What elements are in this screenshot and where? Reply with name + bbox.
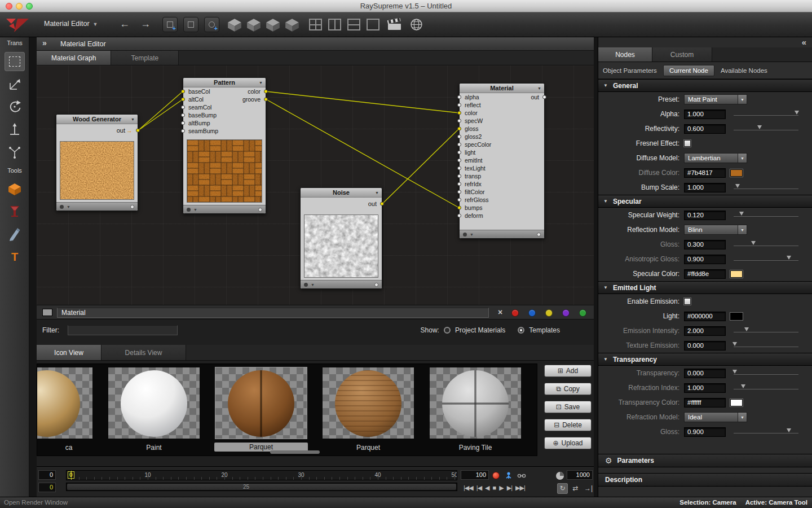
material-thumb-parquet[interactable]: Parquet bbox=[315, 364, 422, 456]
chevron-down-icon[interactable]: ▼ bbox=[738, 225, 747, 234]
material-thumb-paving-tile[interactable]: Paving Tile bbox=[422, 364, 529, 456]
material-name-field[interactable] bbox=[57, 308, 489, 318]
input-port-reflect[interactable] bbox=[457, 103, 461, 107]
slider-transparency[interactable] bbox=[734, 369, 798, 377]
input-port-transp[interactable] bbox=[457, 174, 461, 178]
panel-collapse-icon[interactable]: « bbox=[802, 37, 806, 47]
hex-field-specular-color[interactable]: #ffdd8e bbox=[684, 269, 726, 279]
render-pie-icon[interactable] bbox=[555, 471, 564, 482]
color-swatch-light[interactable] bbox=[730, 313, 743, 320]
color-swatch-diffuse-color[interactable] bbox=[730, 169, 743, 177]
slider-bump-scale[interactable] bbox=[734, 183, 798, 191]
value-field-transparency[interactable]: 0.000 bbox=[684, 369, 726, 378]
input-port-deform[interactable] bbox=[457, 214, 461, 218]
collapse-triangle-icon[interactable]: ▼ bbox=[603, 83, 608, 88]
clear-material-icon[interactable]: × bbox=[498, 308, 502, 317]
chevron-down-icon[interactable]: ▼ bbox=[738, 154, 747, 163]
record-button[interactable] bbox=[492, 472, 500, 479]
node-menu-icon[interactable]: ▼ bbox=[259, 78, 263, 87]
color-swatch-specular-color[interactable] bbox=[730, 270, 743, 278]
value-field-gloss[interactable]: 0.900 bbox=[684, 427, 726, 437]
node-footer[interactable]: ▼ bbox=[183, 205, 266, 213]
playback-prev-key-button[interactable]: |◀ bbox=[476, 484, 482, 492]
node-pattern[interactable]: Pattern▼ baseColcoloraltColgrooveseamCol… bbox=[183, 77, 266, 214]
playback-play-button[interactable]: ▶ bbox=[499, 484, 503, 492]
thumb-tile[interactable] bbox=[430, 367, 521, 439]
node-header[interactable]: Pattern▼ bbox=[183, 78, 266, 87]
collapse-triangle-icon[interactable]: ▼ bbox=[603, 199, 608, 204]
slider-marker[interactable] bbox=[757, 125, 762, 132]
slider-marker[interactable] bbox=[751, 241, 756, 247]
input-port-altCol[interactable] bbox=[181, 98, 185, 102]
playback-step-back-button[interactable]: ◀ bbox=[485, 484, 489, 492]
copy-button[interactable]: ⧉Copy bbox=[544, 383, 592, 395]
node-wood-generator[interactable]: Wood Generator▼ out→ ▼ bbox=[56, 114, 138, 211]
material-tag-4[interactable] bbox=[562, 309, 570, 317]
input-port-gloss[interactable] bbox=[457, 127, 461, 131]
input-port-baseCol[interactable] bbox=[181, 90, 185, 94]
node-header[interactable]: Material▼ bbox=[460, 84, 544, 93]
pingpong-button[interactable]: ⇄ bbox=[570, 483, 581, 494]
go-to-end-button[interactable]: →| bbox=[583, 483, 594, 494]
slider-refraction-index[interactable] bbox=[734, 384, 798, 392]
material-preview-swatch[interactable] bbox=[42, 309, 52, 316]
material-thumb-parquet[interactable]: Parquet bbox=[208, 364, 315, 456]
material-tag-2[interactable] bbox=[528, 309, 536, 317]
output-port-groove[interactable] bbox=[264, 98, 268, 102]
value-field-bump-scale[interactable]: 1.000 bbox=[684, 183, 726, 192]
input-port-alpha[interactable] bbox=[457, 95, 461, 99]
node-resize-handle[interactable] bbox=[130, 205, 134, 209]
node-footer-arrow-icon[interactable]: ▼ bbox=[311, 281, 315, 289]
loop-button[interactable]: ↻ bbox=[557, 483, 568, 494]
material-tag-3[interactable] bbox=[545, 309, 553, 317]
node-collapse-dot[interactable] bbox=[304, 283, 308, 287]
add-group-button[interactable]: + bbox=[204, 17, 219, 32]
input-port-seamBump[interactable] bbox=[181, 129, 185, 133]
timeline-scrollbar[interactable]: 25 bbox=[66, 483, 457, 491]
node-footer[interactable]: ▼ bbox=[56, 202, 138, 211]
link-icon[interactable] bbox=[517, 471, 526, 481]
slider-marker[interactable] bbox=[741, 384, 745, 391]
hex-field-diffuse-color[interactable]: #7b4817 bbox=[684, 168, 726, 178]
value-field-gloss[interactable]: 0.300 bbox=[684, 240, 726, 249]
autokey-icon[interactable] bbox=[505, 471, 513, 481]
node-footer-arrow-icon[interactable]: ▼ bbox=[193, 205, 197, 214]
playback-fast-forward-button[interactable]: ▶▶| bbox=[515, 484, 525, 492]
slider-marker[interactable] bbox=[732, 370, 737, 376]
collapse-triangle-icon[interactable]: ▼ bbox=[603, 357, 608, 362]
slider-marker[interactable] bbox=[744, 327, 749, 334]
node-header[interactable]: Wood Generator▼ bbox=[56, 115, 138, 124]
input-port-refrIdx[interactable] bbox=[457, 182, 461, 186]
node-header[interactable]: Noise▼ bbox=[301, 188, 382, 198]
material-tag-1[interactable] bbox=[511, 309, 519, 317]
insert-shape-button[interactable] bbox=[183, 17, 198, 32]
thumb-tile[interactable] bbox=[108, 367, 200, 439]
scale-tool[interactable] bbox=[5, 75, 25, 94]
timeline-scroll-thumb[interactable] bbox=[67, 484, 456, 490]
layout-single-button[interactable] bbox=[367, 19, 379, 30]
back-button[interactable]: ← bbox=[117, 18, 132, 30]
thumb-tile[interactable] bbox=[215, 367, 307, 439]
value-field-alpha[interactable]: 1.000 bbox=[684, 110, 726, 119]
thumb-tile[interactable] bbox=[37, 367, 92, 439]
node-collapse-dot[interactable] bbox=[60, 205, 64, 209]
dropdown-preset[interactable]: Matt Paint▼ bbox=[684, 94, 747, 104]
hex-field-light[interactable]: #000000 bbox=[684, 312, 726, 321]
subtab-available-nodes[interactable]: Available Nodes bbox=[721, 67, 767, 74]
slider-emission-intensity[interactable] bbox=[734, 327, 798, 335]
material-tag-5[interactable] bbox=[579, 309, 586, 317]
node-material[interactable]: Material▼ alphaoutreflectcolorspecWgloss… bbox=[459, 83, 545, 239]
playback-next-key-button[interactable]: ▶| bbox=[507, 484, 512, 492]
input-port-baseBump[interactable] bbox=[181, 113, 185, 117]
input-port-emitInt[interactable] bbox=[457, 159, 461, 163]
material-glass-tool[interactable] bbox=[5, 202, 25, 221]
section-header-specular[interactable]: ▼Specular bbox=[598, 195, 812, 208]
node-noise[interactable]: Noise▼ out ▼ bbox=[300, 187, 382, 289]
primitive-tool[interactable] bbox=[5, 179, 25, 199]
cube-tool-icon-2[interactable] bbox=[246, 17, 262, 34]
cube-tool-icon-1[interactable] bbox=[227, 17, 242, 34]
chevron-down-icon[interactable]: ▼ bbox=[738, 95, 747, 104]
node-menu-icon[interactable]: ▼ bbox=[375, 188, 379, 198]
timeline-ruler[interactable]: 0 1020304050 bbox=[66, 470, 457, 480]
slider-reflectivity[interactable] bbox=[734, 125, 798, 133]
